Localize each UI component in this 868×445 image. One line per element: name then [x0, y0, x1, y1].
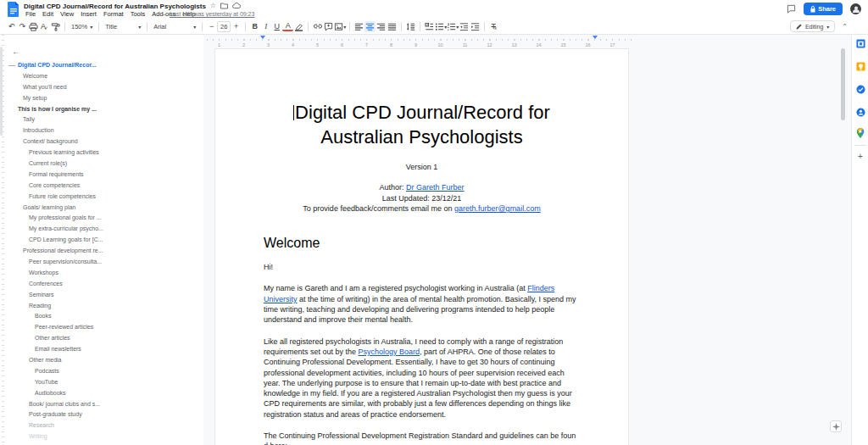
document-page[interactable]: Digital CPD Journal/Record for Australia…	[214, 48, 629, 445]
outline-item[interactable]: Podcasts	[7, 365, 203, 376]
outline-scrollbar[interactable]	[0, 47, 3, 136]
maps-icon[interactable]	[855, 128, 865, 138]
spellcheck-icon[interactable]: A✓	[39, 21, 50, 32]
zoom-select[interactable]: 150%▾	[69, 23, 95, 31]
comment-history-icon[interactable]	[787, 4, 796, 14]
left-indent-marker[interactable]	[260, 36, 265, 39]
outline-item[interactable]: Peer supervision/consulta...	[7, 256, 203, 267]
underline-icon[interactable]: U	[271, 21, 282, 32]
star-icon[interactable]: ☆	[210, 2, 216, 10]
align-left-icon[interactable]	[353, 21, 364, 32]
styles-select[interactable]: Title▾	[103, 23, 143, 31]
outline-item[interactable]: Professional development re...	[7, 245, 203, 256]
outline-item[interactable]: My setup	[7, 92, 203, 103]
decrease-font-size-icon[interactable]: −	[206, 21, 217, 32]
outline-item[interactable]: Research	[7, 420, 203, 431]
menu-item[interactable]: Format	[100, 10, 127, 18]
account-avatar[interactable]	[850, 3, 861, 14]
close-outline-icon[interactable]: ←	[12, 47, 20, 56]
clear-formatting-icon[interactable]: Tx	[488, 21, 499, 32]
highlight-color-icon[interactable]	[293, 21, 304, 32]
outline-item[interactable]: Current role(s)	[7, 158, 203, 169]
insert-image-icon[interactable]: ▾	[334, 21, 346, 32]
outline-item[interactable]: YouTube	[7, 376, 203, 387]
outline-item[interactable]: Future role competencies	[7, 191, 203, 202]
hide-menus-icon[interactable]: ⌃	[842, 23, 848, 31]
paint-format-icon[interactable]	[50, 21, 61, 32]
italic-icon[interactable]: I	[260, 21, 271, 32]
outline-item[interactable]: Goals/ learning plan	[7, 202, 203, 213]
outline-item[interactable]: Welcome	[7, 70, 203, 81]
add-comment-icon[interactable]	[323, 21, 334, 32]
bulleted-list-icon[interactable]: ▾	[435, 21, 447, 32]
document-scrollbar[interactable]	[841, 48, 845, 120]
outline-item[interactable]: Other articles	[7, 332, 203, 343]
outline-item[interactable]: My professional goals for ...	[7, 212, 203, 223]
outline-item[interactable]: My extra-curricular psycho...	[7, 223, 203, 234]
psychology-board-link[interactable]: Psychology Board	[359, 348, 420, 356]
font-select[interactable]: Arial▾	[151, 23, 198, 31]
outline-item[interactable]: Core competencies	[7, 180, 203, 191]
text-color-icon[interactable]: A	[282, 21, 293, 31]
outline-item[interactable]: CPD Learning goals for [C...	[7, 234, 203, 245]
outline-item[interactable]: Peer-reviewed articles	[7, 321, 203, 332]
redo-icon[interactable]: ↷	[17, 21, 28, 32]
line-spacing-icon[interactable]	[405, 21, 416, 32]
horizontal-ruler[interactable]: 123456789101112131415161718	[207, 35, 636, 41]
author-link[interactable]: Dr Gareth Furber	[406, 183, 465, 192]
outline-item[interactable]: Tally	[7, 114, 203, 125]
get-addons-icon[interactable]: +	[855, 151, 865, 161]
increase-indent-icon[interactable]	[470, 21, 481, 32]
outline-item[interactable]: Reading	[7, 300, 203, 311]
outline-item[interactable]: Previous learning activities	[7, 147, 203, 158]
outline-item[interactable]: Digital CPD Journal/Recor...	[7, 59, 203, 70]
last-edit-link[interactable]: Last edit was yesterday at 09:23	[170, 11, 254, 17]
increase-font-size-icon[interactable]: +	[231, 21, 242, 32]
menu-item[interactable]: Tools	[127, 10, 149, 18]
document-title[interactable]: Digital CPD Journal/Record for Australia…	[24, 3, 206, 10]
bold-icon[interactable]: B	[249, 21, 260, 32]
align-right-icon[interactable]	[376, 21, 387, 32]
menu-item[interactable]: Edit	[39, 10, 57, 18]
explore-button[interactable]	[830, 420, 842, 432]
outline-item[interactable]: Books	[7, 310, 203, 321]
outline-item[interactable]: Book/ journal clubs and s...	[7, 398, 203, 409]
editing-mode-select[interactable]: Editing ▾	[790, 20, 835, 32]
outline-item[interactable]: Writing	[7, 431, 203, 442]
align-justify-icon[interactable]	[387, 21, 398, 32]
outline-item[interactable]: Audiobooks	[7, 387, 203, 398]
menu-item[interactable]: View	[57, 10, 77, 18]
outline-item[interactable]: Context/ background	[7, 136, 203, 147]
right-indent-marker[interactable]	[593, 36, 598, 39]
header: Digital CPD Journal/Record for Australia…	[0, 0, 868, 19]
outline-item[interactable]: Workshops	[7, 267, 203, 278]
move-folder-icon[interactable]	[220, 3, 228, 9]
insert-link-icon[interactable]	[312, 21, 323, 32]
print-icon[interactable]	[28, 21, 39, 32]
checklist-icon[interactable]	[424, 21, 435, 32]
outline-item[interactable]: What you'll need	[7, 81, 203, 92]
align-center-icon[interactable]	[364, 21, 376, 32]
outline-item[interactable]: Other media	[7, 354, 203, 365]
contacts-icon[interactable]	[855, 107, 865, 117]
cloud-status-icon[interactable]	[232, 3, 241, 9]
outline-item[interactable]: Conferences	[7, 278, 203, 289]
decrease-indent-icon[interactable]	[459, 21, 470, 32]
tasks-icon[interactable]	[855, 84, 865, 94]
calendar-icon[interactable]	[855, 38, 865, 48]
share-button[interactable]: Share	[804, 3, 843, 15]
feedback-email-link[interactable]: gareth.furber@gmail.com	[454, 204, 541, 213]
outline-item[interactable]: Seminars	[7, 289, 203, 300]
numbered-list-icon[interactable]: ▾	[447, 21, 459, 32]
menu-item[interactable]: File	[22, 10, 39, 18]
outline-item[interactable]: Email newsletters	[7, 343, 203, 354]
outline-item[interactable]: This is how I organise my ...	[7, 103, 203, 114]
undo-icon[interactable]: ↶	[6, 21, 17, 32]
menu-item[interactable]: Insert	[77, 10, 100, 18]
google-docs-icon[interactable]	[8, 2, 19, 17]
keep-icon[interactable]	[855, 61, 865, 71]
outline-item[interactable]: Introduction	[7, 125, 203, 136]
outline-item[interactable]: Post-graduate study	[7, 409, 203, 420]
font-size-value[interactable]: 26	[217, 21, 231, 32]
outline-item[interactable]: Formal requirements	[7, 169, 203, 180]
